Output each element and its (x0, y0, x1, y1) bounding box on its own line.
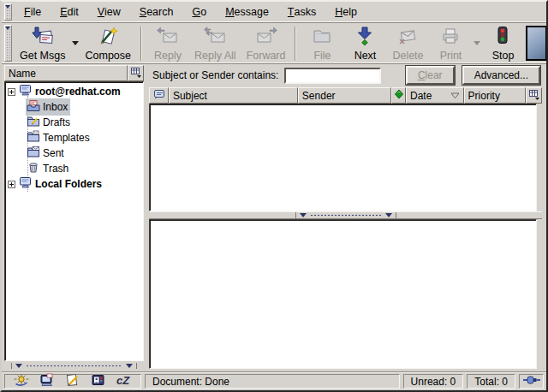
folder-column-picker-button[interactable] (128, 65, 144, 81)
folder-pane-header: Name (4, 65, 144, 81)
folder-name-column-header[interactable]: Name (4, 65, 128, 81)
mail-component-icon (39, 373, 55, 389)
delete-label: Delete (392, 50, 423, 62)
mail-component-button[interactable] (37, 375, 57, 389)
trash-icon (27, 161, 40, 176)
sender-column-header[interactable]: Sender (298, 87, 391, 104)
get-msgs-dropdown-arrow[interactable] (71, 25, 80, 62)
print-dropdown-arrow[interactable] (472, 25, 481, 62)
thread-list[interactable] (149, 104, 537, 211)
forward-icon (255, 26, 277, 49)
chatzilla-component-button[interactable]: cZ (114, 375, 134, 389)
thread-column-icon (153, 89, 165, 103)
folder-row-trash[interactable]: Trash (5, 161, 143, 176)
folder-row-drafts[interactable]: Drafts (5, 115, 143, 130)
print-icon (439, 26, 462, 49)
online-status-panel[interactable] (519, 374, 544, 389)
forward-button[interactable]: Forward (241, 25, 291, 62)
sort-descending-icon (450, 90, 460, 102)
document-status-panel: Document: Done (145, 374, 400, 389)
address-book-icon (91, 373, 106, 389)
get-msgs-icon (32, 26, 54, 49)
folder-row-templates[interactable]: Templates (5, 130, 143, 146)
total-count-panel: Total: 0 (467, 374, 515, 389)
priority-column-header[interactable]: Priority (464, 87, 527, 104)
get-msgs-button[interactable]: Get Msgs (15, 25, 71, 62)
print-label: Print (440, 50, 462, 62)
read-column-icon (394, 89, 404, 102)
status-bar: cZ Document: Done Unread: 0 Total: 0 (2, 371, 546, 390)
menubar-grippy[interactable] (4, 3, 12, 21)
search-input[interactable] (284, 68, 381, 84)
stop-icon (491, 26, 514, 49)
menu-file[interactable]: File (15, 3, 51, 21)
folder-label: Trash (43, 163, 68, 175)
folder-row-local-folders[interactable]: Local Folders (5, 176, 143, 192)
drafts-icon (27, 115, 40, 130)
reply-icon (157, 26, 179, 49)
folder-pane: Name (4, 65, 144, 370)
mail-server-icon (19, 84, 33, 99)
next-label: Next (354, 50, 377, 62)
thread-message-splitter[interactable] (149, 211, 542, 219)
menu-go[interactable]: Go (182, 3, 216, 21)
menu-search[interactable]: Search (130, 3, 183, 21)
folder-label: Sent (43, 147, 64, 159)
navigator-component-button[interactable] (11, 375, 32, 389)
folder-row-sent[interactable]: Sent (5, 146, 143, 161)
file-button[interactable]: File (301, 25, 343, 62)
message-area: Subject or Sender contains: Clear Advanc… (149, 65, 542, 370)
clear-button[interactable]: Clear (406, 66, 455, 85)
column-picker-icon (528, 89, 540, 103)
read-column-header[interactable] (391, 87, 406, 104)
svg-text:cZ: cZ (116, 374, 130, 387)
next-icon (354, 26, 376, 49)
next-button[interactable]: Next (343, 25, 386, 62)
menu-edit[interactable]: Edit (51, 3, 88, 21)
folder-label: Local Folders (35, 178, 102, 190)
folder-label: root@redhat.com (35, 86, 121, 98)
advanced-button[interactable]: Advanced... (462, 66, 540, 85)
folder-row-account[interactable]: root@redhat.com (5, 84, 143, 99)
online-plug-icon (522, 375, 541, 388)
sent-icon (27, 146, 40, 161)
expander-icon[interactable] (8, 181, 15, 188)
reply-label: Reply (154, 50, 182, 62)
compose-button[interactable]: Compose (80, 25, 137, 62)
reply-button[interactable]: Reply (146, 25, 189, 62)
folder-label: Inbox (43, 101, 68, 113)
message-pane[interactable] (149, 219, 537, 369)
thread-column-headers: Subject Sender Date Priority (149, 87, 542, 104)
throbber[interactable] (526, 26, 546, 61)
toolbar-separator (140, 27, 142, 61)
toolbar-grippy[interactable] (4, 25, 12, 62)
subject-column-header[interactable]: Subject (169, 87, 298, 104)
compose-label: Compose (86, 50, 132, 62)
folder-label: Templates (43, 132, 90, 144)
thread-column-button[interactable] (149, 87, 169, 104)
toolbar-separator (295, 27, 296, 61)
expander-icon[interactable] (8, 88, 15, 96)
menu-help[interactable]: Help (325, 3, 366, 21)
delete-button[interactable]: Delete (386, 25, 429, 62)
print-button[interactable]: Print (429, 25, 472, 62)
menu-view[interactable]: View (88, 3, 130, 21)
unread-count-panel: Unread: 0 (403, 374, 464, 389)
folder-label: Drafts (43, 116, 70, 128)
composer-component-button[interactable] (63, 375, 83, 389)
folder-row-inbox[interactable]: Inbox (5, 99, 143, 115)
reply-all-button[interactable]: Reply All (189, 25, 241, 62)
reply-all-label: Reply All (194, 50, 236, 62)
address-book-component-button[interactable] (88, 375, 109, 389)
menu-tasks[interactable]: Tasks (278, 3, 325, 21)
mail-toolbar: Get Msgs Compose Reply (2, 23, 546, 64)
menu-message[interactable]: Message (216, 3, 278, 21)
stop-button[interactable]: Stop (481, 25, 524, 62)
templates-icon (27, 130, 40, 146)
date-column-header[interactable]: Date (406, 87, 464, 104)
thread-column-picker-button[interactable] (526, 87, 542, 104)
folder-pane-scroll-strip[interactable] (4, 361, 144, 370)
delete-icon (396, 26, 419, 49)
file-label: File (313, 50, 331, 62)
get-msgs-label: Get Msgs (20, 50, 66, 62)
